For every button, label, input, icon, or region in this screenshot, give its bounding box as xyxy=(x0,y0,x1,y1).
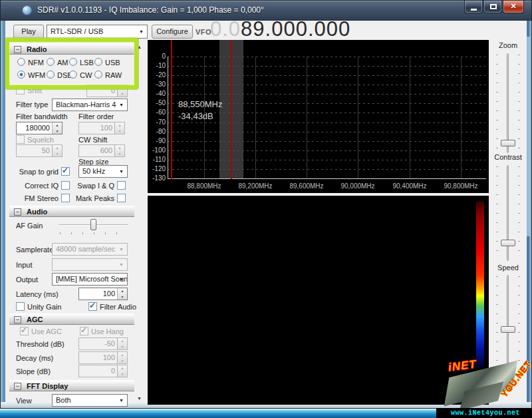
agc-group-header[interactable]: − AGC xyxy=(9,314,134,325)
filter-audio-checkbox[interactable]: ✓ xyxy=(88,302,97,311)
source-select[interactable]: RTL-SDR / USB ▼ xyxy=(47,25,148,39)
spinner-down-icon[interactable]: ▼ xyxy=(115,128,124,134)
collapse-icon[interactable]: − xyxy=(14,208,21,216)
speed-slider-thumb[interactable] xyxy=(501,326,515,333)
latency-label: Latency (ms) xyxy=(16,290,59,298)
fft-display-group-header[interactable]: − FFT Display xyxy=(9,380,134,391)
vfo-label: VFO xyxy=(196,28,211,36)
zoom-slider[interactable] xyxy=(507,53,509,153)
frequency-dim-digits[interactable]: 0.0 xyxy=(210,17,241,41)
threshold-value: -50 xyxy=(79,338,115,349)
spinner-down-icon[interactable]: ▼ xyxy=(118,358,127,364)
spinner-up-icon[interactable]: ▲ xyxy=(53,145,62,151)
cursor-frequency-value: 88,550MHz xyxy=(178,99,222,110)
af-gain-ticks xyxy=(60,232,128,234)
waterfall-color-scale xyxy=(476,202,484,367)
filter-bandwidth-spinner[interactable]: 180000 ▲▼ xyxy=(16,122,63,134)
vertical-grid-line xyxy=(307,57,307,178)
scroll-down-icon: ▼ xyxy=(137,396,142,401)
squelch-checkbox[interactable] xyxy=(16,135,25,144)
contrast-slider[interactable] xyxy=(507,165,509,261)
use-hang-checkbox[interactable]: ✓ xyxy=(80,327,88,335)
slope-label: Slope (dB) xyxy=(16,367,51,375)
audio-group-header[interactable]: − Audio xyxy=(9,206,134,217)
spinner-up-icon[interactable]: ▲ xyxy=(115,145,124,151)
snap-to-grid-checkbox[interactable]: ✓ xyxy=(61,167,70,176)
spinner-down-icon[interactable]: ▼ xyxy=(118,371,127,377)
output-label: Output xyxy=(16,276,38,284)
app-icon xyxy=(23,6,31,15)
squelch-label: Squelch xyxy=(27,136,54,144)
output-select[interactable]: [MME] Microsoft Sound ▼ xyxy=(52,273,128,286)
collapse-icon[interactable]: − xyxy=(14,316,21,323)
squelch-spinner[interactable]: 50 ▲▼ xyxy=(16,144,63,157)
samplerate-select[interactable]: 48000 sample/sec ▼ xyxy=(52,243,128,256)
chevron-down-icon: ▼ xyxy=(117,244,126,255)
speed-slider[interactable] xyxy=(507,275,509,372)
horizontal-grid-line xyxy=(168,57,485,57)
filter-bandwidth-value: 180000 xyxy=(17,122,50,134)
window-border-shine xyxy=(526,37,530,236)
configure-button[interactable]: Configure xyxy=(152,25,193,39)
contrast-slider-thumb[interactable] xyxy=(501,240,515,246)
threshold-label: Threshold (dB) xyxy=(16,340,65,348)
close-button[interactable]: ✕ xyxy=(503,1,524,13)
filter-bandwidth-label: Filter bandwidth xyxy=(16,112,68,120)
spinner-up-icon[interactable]: ▲ xyxy=(118,288,127,294)
play-button[interactable]: Play xyxy=(13,25,44,39)
latency-spinner[interactable]: 100 ▲▼ xyxy=(78,288,128,300)
mark-peaks-label: Mark Peaks xyxy=(69,194,114,202)
af-gain-slider-thumb[interactable] xyxy=(90,219,96,230)
spinner-up-icon[interactable]: ▲ xyxy=(118,365,127,371)
sidebar-scroll-down[interactable]: ▼ xyxy=(135,394,144,403)
threshold-spinner[interactable]: -50 ▲▼ xyxy=(78,337,128,350)
step-size-select[interactable]: 50 kHz ▼ xyxy=(78,165,128,178)
frequency-active-digits[interactable]: 89.000.000 xyxy=(241,17,350,41)
minimize-button[interactable] xyxy=(464,1,483,13)
decay-spinner[interactable]: 100 ▲▼ xyxy=(78,351,128,364)
spinner-down-icon[interactable]: ▼ xyxy=(53,151,62,157)
spinner-down-icon[interactable]: ▼ xyxy=(53,128,62,134)
unity-gain-checkbox[interactable] xyxy=(16,302,25,311)
fm-stereo-label: FM Stereo xyxy=(9,194,59,202)
mark-peaks-checkbox[interactable] xyxy=(117,194,126,202)
spinner-down-icon[interactable]: ▼ xyxy=(118,344,127,350)
close-icon: ✕ xyxy=(503,2,523,11)
slope-spinner[interactable]: 0 ▲▼ xyxy=(78,365,128,377)
vertical-grid-line xyxy=(410,57,410,178)
maximize-icon xyxy=(490,4,497,9)
filter-order-spinner[interactable]: 100 ▲▼ xyxy=(78,122,125,134)
use-agc-checkbox[interactable]: ✓ xyxy=(20,327,29,335)
swap-iq-checkbox[interactable] xyxy=(117,181,126,190)
spinner-up-icon[interactable]: ▲ xyxy=(118,352,127,358)
maximize-button[interactable] xyxy=(483,1,502,13)
check-icon: ✓ xyxy=(89,301,96,310)
horizontal-grid-line xyxy=(168,85,485,85)
cw-shift-spinner[interactable]: 600 ▲▼ xyxy=(78,144,125,157)
spinner-down-icon[interactable]: ▼ xyxy=(118,294,127,300)
horizontal-grid-line xyxy=(168,94,485,95)
view-select[interactable]: Both ▼ xyxy=(52,394,128,407)
spinner-down-icon[interactable]: ▼ xyxy=(118,91,127,97)
zoom-slider-thumb[interactable] xyxy=(501,140,515,146)
spinner-down-icon[interactable]: ▼ xyxy=(115,151,124,157)
filter-type-select[interactable]: Blackman-Harris 4 ▼ xyxy=(52,99,128,111)
filter-type-value: Blackman-Harris 4 xyxy=(56,101,116,108)
spectrum-display[interactable]: 0-10-20-30-40-50-60-70-80-90-100-110-120… xyxy=(148,40,489,193)
chevron-down-icon: ▼ xyxy=(117,99,126,110)
spinner-up-icon[interactable]: ▲ xyxy=(53,122,62,128)
spinner-up-icon[interactable]: ▲ xyxy=(118,338,127,344)
chevron-down-icon: ▼ xyxy=(117,274,126,285)
input-select[interactable]: ▼ xyxy=(52,258,128,271)
collapse-icon[interactable]: − xyxy=(14,383,21,390)
latency-value: 100 xyxy=(79,288,115,300)
tuned-frequency-line[interactable] xyxy=(231,40,232,179)
filter-type-label: Filter type xyxy=(16,101,48,108)
frequency-display[interactable]: 0.089.000.000 xyxy=(210,17,350,41)
spinner-up-icon[interactable]: ▲ xyxy=(115,122,124,128)
annotation-highlight-box xyxy=(5,38,138,89)
check-icon: ✓ xyxy=(21,325,27,335)
speed-slider-ticks xyxy=(518,276,520,371)
db-tick-label: -110 xyxy=(148,156,166,163)
minimize-icon xyxy=(471,9,477,11)
